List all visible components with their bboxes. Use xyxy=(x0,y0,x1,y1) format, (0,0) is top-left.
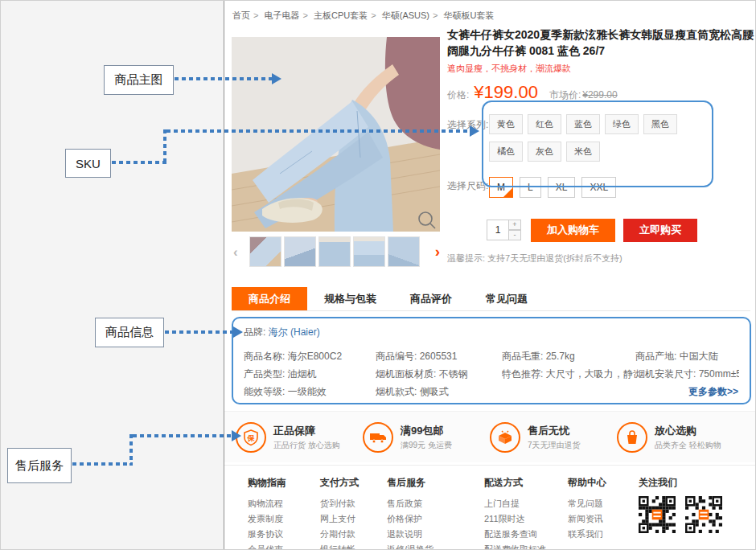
footer-link[interactable]: 退款说明 xyxy=(387,527,484,542)
series-swatch[interactable]: 黄色 xyxy=(489,114,523,134)
service-item: 售后无忧7天无理由退货 xyxy=(490,422,617,453)
footer-column: 售后服务 售后政策价格保护退款说明返修/退换货取消订单 xyxy=(387,476,484,549)
quantity-input[interactable] xyxy=(487,220,509,240)
annotation-after-sales: 售后服务 xyxy=(7,448,72,483)
spec-item: 商品产地: 中国大陆 xyxy=(635,350,739,363)
product-main-image[interactable] xyxy=(232,37,440,232)
spec-item: 商品名称: 海尔E800C2 xyxy=(244,350,376,363)
series-swatch[interactable]: 灰色 xyxy=(528,142,561,162)
screenshot-root: 首页> 电子电器> 主板CPU套装> 华硕(ASUS)> 华硕板U套装 xyxy=(0,0,756,550)
service-desc: 正品行货 放心选购 xyxy=(273,440,340,451)
size-option[interactable]: M xyxy=(489,177,513,198)
footer-link[interactable]: 配送服务查询 xyxy=(484,527,568,542)
footer-link[interactable]: 发票制度 xyxy=(248,511,320,527)
market-price-label: 市场价: xyxy=(549,88,581,102)
spec-item: 烟机安装尺寸: 750mm±50mm (烟... xyxy=(635,367,739,381)
footer-link[interactable]: 常见问题 xyxy=(568,496,639,511)
footer-link[interactable]: 网上支付 xyxy=(320,511,387,527)
quantity-decrease-button[interactable]: - xyxy=(509,230,521,240)
footer-link[interactable]: 售后政策 xyxy=(387,496,484,511)
breadcrumb-item[interactable]: 主板CPU套装 xyxy=(314,10,368,20)
series-swatch[interactable]: 黑色 xyxy=(643,114,677,134)
series-swatch[interactable]: 橘色 xyxy=(489,142,523,162)
more-params-link[interactable]: 更多参数>> xyxy=(688,385,738,399)
svg-text:保: 保 xyxy=(247,433,256,441)
size-row: 选择尺码: MLXLXXL xyxy=(447,175,754,198)
truck-icon xyxy=(363,422,393,453)
thumbnail[interactable] xyxy=(388,236,420,267)
series-options: 黄色红色蓝色绿色黑色橘色灰色米色 xyxy=(489,114,700,162)
series-swatch[interactable]: 米色 xyxy=(566,142,600,162)
footer-link[interactable]: 配送费收取标准 xyxy=(484,542,568,550)
footer-link[interactable]: 货到付款 xyxy=(320,496,387,511)
thumbs-prev-icon[interactable]: ‹ xyxy=(233,244,238,261)
spec-item: 能效等级: 一级能效 xyxy=(244,385,376,399)
brand-link[interactable]: 海尔 (Haier) xyxy=(269,326,320,338)
footer-column-title: 售后服务 xyxy=(387,476,484,490)
spec-item: 商品编号: 2605531 xyxy=(376,350,502,363)
footer-link[interactable]: 会员优惠 xyxy=(248,542,320,550)
service-item: 放心选购品类齐全 轻松购物 xyxy=(617,422,744,453)
thumbnail[interactable] xyxy=(318,236,351,267)
footer-link[interactable]: 价格保护 xyxy=(387,511,484,527)
breadcrumb: 首页> 电子电器> 主板CPU套装> 华硕(ASUS)> 华硕板U套装 xyxy=(232,10,500,22)
add-to-cart-button[interactable]: 加入购物车 xyxy=(531,219,615,242)
detail-tab[interactable]: 规格与包装 xyxy=(307,287,393,310)
annotation-product-info: 商品信息 xyxy=(95,318,164,347)
brand-row: 品牌: 海尔 (Haier) xyxy=(244,326,739,339)
thumbs-next-icon[interactable]: › xyxy=(435,243,440,261)
zoom-icon[interactable] xyxy=(423,215,438,229)
thumbnail[interactable] xyxy=(353,236,385,267)
service-title: 正品保障 xyxy=(273,424,340,438)
detail-tab[interactable]: 常见问题 xyxy=(469,287,544,310)
footer-link[interactable]: 返修/退换货 xyxy=(387,542,484,550)
thumbnail[interactable] xyxy=(284,236,316,267)
service-item: 保 正品保障正品行货 放心选购 xyxy=(236,422,363,453)
footer-link[interactable]: 联系我们 xyxy=(568,527,639,542)
qr-code xyxy=(685,496,722,533)
detail-tab[interactable]: 商品介绍 xyxy=(232,287,307,310)
service-item: 满99包邮满99元 免运费 xyxy=(363,422,490,453)
page-footer: 购物指南 购物流程发票制度服务协议会员优惠 支付方式 货到付款网上支付分期付款银… xyxy=(224,465,755,549)
breadcrumb-item[interactable]: 华硕板U套装 xyxy=(444,10,495,20)
footer-link[interactable]: 211限时达 xyxy=(484,511,568,527)
footer-link[interactable]: 分期付款 xyxy=(320,527,387,542)
breadcrumb-separator: > xyxy=(433,10,438,20)
quantity-increase-button[interactable]: + xyxy=(509,220,521,230)
selected-corner-icon xyxy=(503,188,512,197)
footer-link[interactable]: 上门自提 xyxy=(484,496,568,511)
product-info-box: 品牌: 海尔 (Haier) 商品名称: 海尔E800C2商品编号: 26055… xyxy=(232,317,751,404)
breadcrumb-item[interactable]: 首页 xyxy=(232,10,250,20)
buy-now-button[interactable]: 立即购买 xyxy=(623,219,697,242)
series-swatch[interactable]: 蓝色 xyxy=(566,114,600,134)
footer-link[interactable]: 新闻资讯 xyxy=(568,511,639,527)
warm-tips: 温馨提示: 支持7天无理由退货(拆封后不支持) xyxy=(447,252,754,265)
bag-icon xyxy=(617,422,647,453)
series-swatch[interactable]: 红色 xyxy=(528,114,561,134)
spec-item: 商品毛重: 25.7kg xyxy=(502,350,635,363)
footer-link[interactable]: 银行转帐 xyxy=(320,542,387,550)
breadcrumb-separator: > xyxy=(253,10,258,20)
detail-tabs: 商品介绍规格与包装商品评价常见问题 xyxy=(232,287,750,311)
footer-column: 帮助中心 常见问题新闻资讯联系我们 xyxy=(568,476,639,549)
footer-column-title: 配送方式 xyxy=(484,476,568,490)
brand-label: 品牌: xyxy=(244,326,265,338)
thumbnail[interactable] xyxy=(249,236,281,267)
breadcrumb-item[interactable]: 电子电器 xyxy=(265,10,300,20)
size-option[interactable]: XL xyxy=(548,177,576,198)
size-option[interactable]: L xyxy=(520,177,541,198)
series-swatch[interactable]: 绿色 xyxy=(605,114,639,134)
breadcrumb-item[interactable]: 华硕(ASUS) xyxy=(382,10,429,20)
product-page-panel: 首页> 电子电器> 主板CPU套装> 华硕(ASUS)> 华硕板U套装 xyxy=(224,1,755,549)
size-option[interactable]: XXL xyxy=(581,177,616,198)
product-title: 女裤牛仔裤女2020夏季新款泫雅长裤女韩版显瘦直筒宽松高腰阔腿九分牛仔裤 008… xyxy=(447,27,754,60)
series-row: 选择系列: 黄色红色蓝色绿色黑色橘色灰色米色 xyxy=(447,114,754,162)
footer-column-title: 购物指南 xyxy=(248,476,320,490)
footer-column-title: 支付方式 xyxy=(320,476,387,490)
spec-item: 产品类型: 油烟机 xyxy=(244,367,376,381)
footer-link[interactable]: 服务协议 xyxy=(248,527,320,542)
detail-tab[interactable]: 商品评价 xyxy=(393,287,469,310)
service-guarantee-strip: 保 正品保障正品行货 放心选购 满99包邮满99元 免运费 售后无忧7天无理由退… xyxy=(224,411,755,462)
price-label: 价格: xyxy=(447,88,469,102)
footer-link[interactable]: 购物流程 xyxy=(248,496,320,511)
